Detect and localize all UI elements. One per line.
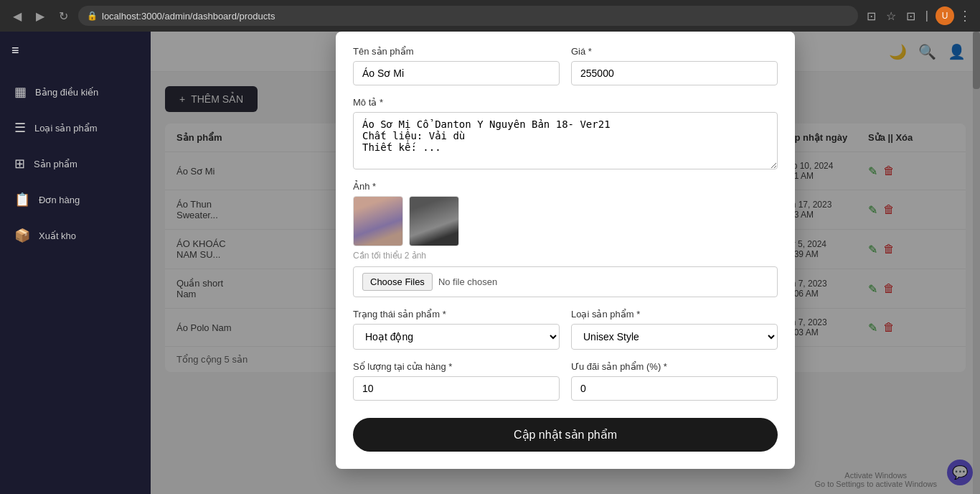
so-luong-col: Số lượng tại cửa hàng * bbox=[353, 361, 560, 401]
mo-ta-textarea[interactable]: Áo Sơ Mị Cổ Danton Y Nguyên Bản 18- Ver2… bbox=[353, 112, 778, 169]
edit-product-modal: Tên sản phẩm Giá * Mô tả * Áo Sơ Mị Cổ D… bbox=[336, 32, 795, 469]
export-label: Xuất kho bbox=[39, 230, 76, 241]
trang-thai-select[interactable]: Hoạt động Không hoạt động bbox=[353, 324, 560, 350]
ten-san-pham-label: Tên sản phẩm bbox=[353, 46, 560, 57]
uu-dai-col: Ưu đãi sản phẩm (%) * bbox=[571, 361, 778, 401]
products-label: Sản phẩm bbox=[34, 159, 77, 169]
export-icon: 📦 bbox=[14, 228, 30, 243]
extensions-button[interactable]: ⊡ bbox=[903, 6, 918, 26]
avatar[interactable]: U bbox=[936, 6, 954, 25]
sidebar-item-products[interactable]: ⊞ Sản phẩm bbox=[0, 147, 151, 180]
products-icon: ⊞ bbox=[14, 156, 25, 172]
quantity-discount-row: Số lượng tại cửa hàng * Ưu đãi sản phẩm … bbox=[353, 361, 778, 401]
gia-col: Giá * bbox=[571, 46, 778, 85]
mo-ta-label: Mô tả * bbox=[353, 97, 778, 108]
preview-image-1 bbox=[354, 197, 402, 246]
loai-san-pham-label: Loại sản phẩm * bbox=[571, 309, 778, 320]
lock-icon: 🔒 bbox=[87, 11, 98, 21]
hamburger-icon[interactable]: ≡ bbox=[11, 43, 19, 58]
categories-label: Loại sản phẩm bbox=[34, 123, 98, 134]
app-layout: ≡ ▦ Bảng điều kiến ☰ Loại sản phẩm ⊞ Sản… bbox=[0, 32, 980, 494]
sidebar-item-orders[interactable]: 📋 Đơn hàng bbox=[0, 183, 151, 216]
name-price-row: Tên sản phẩm Giá * bbox=[353, 46, 778, 85]
status-type-row: Trạng thái sản phẩm * Hoạt động Không ho… bbox=[353, 309, 778, 350]
image-preview-1 bbox=[353, 196, 403, 246]
image-hint: Cần tối thiểu 2 ảnh bbox=[353, 251, 778, 261]
modal-overlay[interactable]: Tên sản phẩm Giá * Mô tả * Áo Sơ Mị Cổ D… bbox=[151, 32, 980, 494]
gia-label: Giá * bbox=[571, 46, 778, 57]
ten-san-pham-input[interactable] bbox=[353, 61, 560, 85]
uu-dai-input[interactable] bbox=[571, 376, 778, 401]
anh-label: Ảnh * bbox=[353, 181, 778, 192]
forward-button[interactable]: ▶ bbox=[32, 6, 49, 26]
orders-icon: 📋 bbox=[14, 192, 30, 208]
orders-label: Đơn hàng bbox=[39, 195, 80, 205]
url-bar[interactable]: 🔒 localhost:3000/admin/dashboard/product… bbox=[78, 6, 858, 26]
sidebar-item-export[interactable]: 📦 Xuất kho bbox=[0, 219, 151, 252]
sidebar-item-categories[interactable]: ☰ Loại sản phẩm bbox=[0, 111, 151, 144]
trang-thai-col: Trạng thái sản phẩm * Hoạt động Không ho… bbox=[353, 309, 560, 350]
sidebar-item-dashboard[interactable]: ▦ Bảng điều kiến bbox=[0, 75, 151, 108]
gia-input[interactable] bbox=[571, 61, 778, 85]
url-text: localhost:3000/admin/dashboard/products bbox=[102, 11, 275, 22]
categories-icon: ☰ bbox=[14, 120, 26, 136]
no-file-text: No file chosen bbox=[438, 276, 497, 287]
content-area: 🌙 🔍 👤 + THÊM SẢN Sản phẩm Tạo ngày Cập n… bbox=[151, 32, 980, 494]
name-col: Tên sản phẩm bbox=[353, 46, 560, 85]
browser-menu-button[interactable]: ⋮ bbox=[958, 8, 971, 24]
preview-image-2 bbox=[410, 197, 458, 246]
trang-thai-label: Trạng thái sản phẩm * bbox=[353, 309, 560, 320]
star-button[interactable]: ☆ bbox=[883, 6, 899, 26]
sidebar: ≡ ▦ Bảng điều kiến ☰ Loại sản phẩm ⊞ Sản… bbox=[0, 32, 151, 494]
so-luong-label: Số lượng tại cửa hàng * bbox=[353, 361, 560, 372]
browser-chrome: ◀ ▶ ↻ 🔒 localhost:3000/admin/dashboard/p… bbox=[0, 0, 980, 32]
image-preview-2 bbox=[409, 196, 459, 246]
dashboard-icon: ▦ bbox=[14, 84, 27, 100]
submit-button[interactable]: Cập nhật sản phẩm bbox=[353, 418, 778, 452]
uu-dai-label: Ưu đãi sản phẩm (%) * bbox=[571, 361, 778, 372]
translate-button[interactable]: ⊡ bbox=[864, 6, 879, 26]
loai-san-pham-select[interactable]: Unisex Style Nam Nữ Trẻ em bbox=[571, 324, 778, 350]
file-input-wrapper: Choose Files No file chosen bbox=[353, 266, 778, 297]
so-luong-input[interactable] bbox=[353, 376, 560, 401]
sidebar-top: ≡ bbox=[0, 32, 151, 70]
refresh-button[interactable]: ↻ bbox=[55, 6, 72, 26]
mo-ta-col: Mô tả * Áo Sơ Mị Cổ Danton Y Nguyên Bản … bbox=[353, 97, 778, 169]
modal-inner: Tên sản phẩm Giá * Mô tả * Áo Sơ Mị Cổ D… bbox=[336, 32, 795, 469]
loai-san-pham-col: Loại sản phẩm * Unisex Style Nam Nữ Trẻ … bbox=[571, 309, 778, 350]
image-section: Ảnh * Cần tối thiểu 2 ảnh Choose Files bbox=[353, 181, 778, 297]
browser-actions: ⊡ ☆ ⊡ | U ⋮ bbox=[864, 6, 971, 26]
back-button[interactable]: ◀ bbox=[9, 6, 26, 26]
dashboard-label: Bảng điều kiến bbox=[35, 87, 98, 98]
sidebar-nav: ▦ Bảng điều kiến ☰ Loại sản phẩm ⊞ Sản p… bbox=[0, 70, 151, 258]
choose-files-button[interactable]: Choose Files bbox=[362, 273, 433, 291]
image-previews bbox=[353, 196, 778, 246]
profile-button[interactable]: | bbox=[923, 6, 931, 25]
